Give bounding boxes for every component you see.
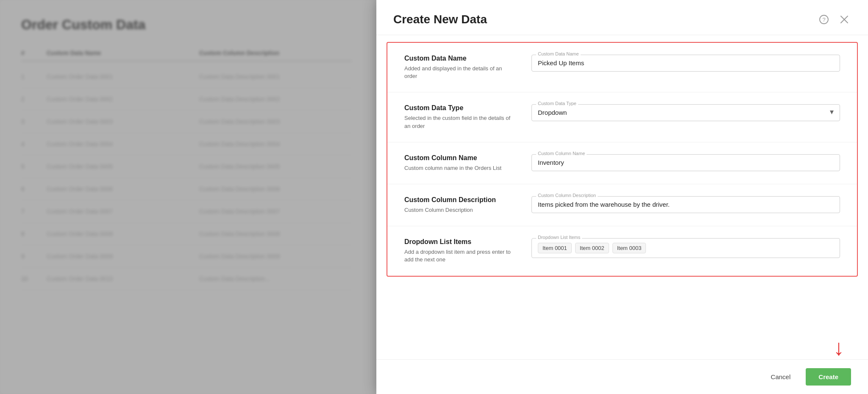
custom-data-name-field-label: Custom Data Name [536,51,581,56]
custom-data-name-section: Custom Data Name Added and displayed in … [387,43,857,92]
custom-column-name-input[interactable] [538,157,834,166]
dropdown-items-list: Item 0001 Item 0002 Item 0003 [538,241,834,253]
help-icon: ? [819,15,829,24]
dropdown-list-items-field-wrapper: Dropdown List Items Item 0001 Item 0002 … [531,238,840,264]
custom-column-name-desc: Custom column name in the Orders List [404,164,515,172]
dialog-header: Create New Data ? [376,0,868,35]
custom-data-type-field-wrapper: Custom Data Type Text Dropdown Number Da… [531,104,840,130]
custom-column-description-section: Custom Column Description Custom Column … [387,184,857,226]
dialog-title: Create New Data [393,13,487,26]
custom-data-type-desc: Selected in the custom field in the deta… [404,114,515,130]
section-label-left: Custom Column Description Custom Column … [404,196,515,214]
dropdown-tag-item1[interactable]: Item 0001 [538,243,572,253]
custom-column-name-field-group: Custom Column Name [531,154,840,171]
custom-column-description-field-wrapper: Custom Column Description [531,196,840,214]
custom-column-description-field-label: Custom Column Description [536,193,598,198]
custom-data-type-field-group: Custom Data Type Text Dropdown Number Da… [531,104,840,121]
custom-data-type-section: Custom Data Type Selected in the custom … [387,92,857,142]
dropdown-tag-item2[interactable]: Item 0002 [575,243,609,253]
dropdown-tag-item3[interactable]: Item 0003 [612,243,646,253]
custom-column-name-field-wrapper: Custom Column Name [531,154,840,172]
dropdown-list-items-desc: Add a dropdown list item and press enter… [404,248,515,264]
svg-text:?: ? [822,17,825,23]
create-new-data-dialog: Create New Data ? Custom Dat [376,0,868,394]
dialog-body: Custom Data Name Added and displayed in … [376,35,868,359]
custom-data-name-desc: Added and displayed in the details of an… [404,65,515,80]
create-button[interactable]: Create [806,368,851,386]
custom-column-description-title: Custom Column Description [404,196,515,204]
custom-column-name-field-label: Custom Column Name [536,151,587,156]
close-button[interactable] [837,13,851,26]
custom-column-name-section: Custom Column Name Custom column name in… [387,142,857,184]
dialog-header-icons: ? [817,13,851,26]
section-label-left: Custom Column Name Custom column name in… [404,154,515,172]
cancel-button[interactable]: Cancel [762,369,799,385]
custom-data-name-input[interactable] [538,58,834,67]
custom-data-type-title: Custom Data Type [404,104,515,112]
close-icon [840,15,849,24]
custom-column-description-field-group: Custom Column Description [531,196,840,213]
form-outer-section: Custom Data Name Added and displayed in … [387,42,858,277]
custom-data-name-field-wrapper: Custom Data Name [531,55,840,80]
dropdown-list-items-title: Dropdown List Items [404,238,515,246]
custom-data-name-field-group: Custom Data Name [531,55,840,72]
section-label-left: Dropdown List Items Add a dropdown list … [404,238,515,264]
custom-column-name-title: Custom Column Name [404,154,515,162]
custom-data-type-select-wrapper: Text Dropdown Number Date ▾ [538,107,834,117]
dropdown-list-items-field-label: Dropdown List Items [536,235,582,240]
custom-column-description-desc: Custom Column Description [404,206,515,214]
dialog-footer: ↓ Cancel Create [376,359,868,394]
custom-data-type-select[interactable]: Text Dropdown Number Date [538,107,834,116]
custom-data-name-title: Custom Data Name [404,55,515,62]
dropdown-list-items-section: Dropdown List Items Add a dropdown list … [387,226,857,275]
section-label-left: Custom Data Name Added and displayed in … [404,55,515,80]
section-label-left: Custom Data Type Selected in the custom … [404,104,515,130]
help-button[interactable]: ? [817,13,831,26]
custom-column-description-input[interactable] [538,199,834,208]
custom-data-type-field-label: Custom Data Type [536,101,578,106]
dropdown-list-items-field-group: Dropdown List Items Item 0001 Item 0002 … [531,238,840,258]
